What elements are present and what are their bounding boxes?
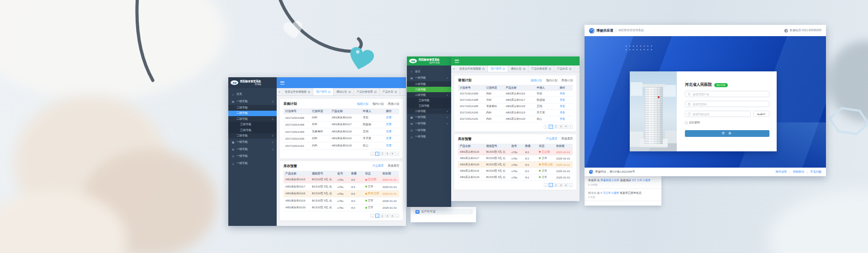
page-1[interactable]: 1 bbox=[549, 183, 553, 187]
sidebar-item-home[interactable]: ⌂首页 bbox=[407, 68, 451, 75]
view-link[interactable]: 查看 bbox=[386, 116, 392, 119]
tab-cert-expiry[interactable]: 资质证件效期预警 bbox=[457, 66, 488, 72]
page-prev[interactable]: ‹ bbox=[370, 152, 374, 156]
sidebar-item-nav2-active[interactable]: 二级导航 bbox=[228, 111, 277, 117]
password-field[interactable] bbox=[685, 101, 769, 107]
sidebar-item-nav1[interactable]: ▦一级导航∨ bbox=[228, 139, 277, 146]
captcha-field[interactable] bbox=[685, 111, 751, 117]
page-next[interactable]: › bbox=[395, 214, 399, 218]
sidebar-item-nav2-active[interactable]: 二级导航 bbox=[407, 87, 451, 92]
sidebar-item-nav1[interactable]: ▤一级导航∧ bbox=[228, 98, 277, 105]
sidebar-item-nav1[interactable]: △一级导航 bbox=[228, 160, 277, 167]
link-instructions[interactable]: 操作说明 bbox=[776, 170, 787, 174]
view-link[interactable]: 查看 bbox=[386, 122, 392, 126]
page-1[interactable]: 1 bbox=[375, 152, 379, 156]
tab-category-settings[interactable]: 产品分类设置 bbox=[528, 66, 554, 72]
view-link[interactable]: 查看 bbox=[560, 98, 565, 101]
link-highvalue-plan[interactable]: 高值计划 bbox=[388, 102, 399, 106]
sidebar-item-nav2[interactable]: 二级导航 bbox=[407, 81, 451, 87]
sidebar-item-nav3[interactable]: 三级导航 bbox=[407, 98, 451, 103]
link-faq[interactable]: 常见问题 bbox=[810, 170, 821, 174]
tab-user-management[interactable]: 用户管理 bbox=[488, 66, 508, 72]
sidebar-item-nav1[interactable]: ⊙一级导航 bbox=[228, 153, 277, 160]
hamburger-icon[interactable] bbox=[280, 81, 284, 84]
page-prev[interactable]: ‹ bbox=[544, 183, 548, 187]
notification-item[interactable]: 付小小 在 5 月日常小需求 更新至已发布状态 3 天前 bbox=[585, 189, 661, 201]
expand-icon[interactable]: › bbox=[470, 211, 471, 213]
view-link[interactable]: 查看 bbox=[560, 111, 565, 114]
page-next[interactable]: › bbox=[569, 183, 573, 187]
sidebar-item-nav2[interactable]: 二级导航 bbox=[228, 105, 277, 111]
password-input[interactable] bbox=[693, 103, 767, 106]
page-next[interactable]: › bbox=[569, 125, 573, 129]
username-field[interactable] bbox=[685, 91, 769, 97]
view-link[interactable]: 查看 bbox=[560, 105, 565, 108]
notification-item[interactable]: 朱老师 在 风暴精英小分队 新建项目 5月 日常小需求 5 小时前 bbox=[585, 176, 661, 189]
page-prev[interactable]: ‹ bbox=[370, 214, 374, 218]
view-link[interactable]: 查看 bbox=[560, 117, 565, 120]
notice-team-link[interactable]: 风暴精英小分队 bbox=[600, 179, 619, 182]
page-3[interactable]: 3 bbox=[385, 214, 389, 218]
tabs-collapse-icon[interactable]: « bbox=[277, 88, 282, 95]
remember-password[interactable]: 记住密码 bbox=[685, 121, 769, 125]
link-highvalue-stock[interactable]: 高值库存 bbox=[561, 137, 573, 141]
link-product-stock[interactable]: 产品库存 bbox=[546, 137, 557, 141]
page-1[interactable]: 1 bbox=[549, 125, 553, 129]
link-product-stock[interactable]: 产品库存 bbox=[373, 164, 384, 168]
page-2[interactable]: 2 bbox=[380, 152, 384, 156]
captcha-input[interactable] bbox=[693, 112, 748, 116]
page-2[interactable]: 2 bbox=[554, 183, 558, 187]
sidebar-item-home[interactable]: ⌂首页 bbox=[228, 91, 277, 98]
sidebar-item-nav3[interactable]: 三级导航 bbox=[228, 122, 277, 128]
tab-user-management[interactable]: 用户管理 bbox=[313, 88, 334, 95]
page-3[interactable]: 3 bbox=[559, 125, 563, 129]
page-1[interactable]: 1 bbox=[375, 214, 379, 218]
view-link[interactable]: 查看 bbox=[386, 144, 392, 147]
notice-project-link[interactable]: 5 月日常小需求 bbox=[600, 192, 619, 194]
page-4[interactable]: 4 bbox=[390, 152, 394, 156]
link-key-driver[interactable]: 密钥驱动 bbox=[793, 170, 804, 174]
login-button[interactable]: 登 录 bbox=[685, 130, 769, 137]
page-2[interactable]: 2 bbox=[554, 125, 558, 129]
sidebar-item-nav2[interactable]: 二级导航∧ bbox=[407, 92, 451, 98]
license-list-item[interactable]: 生产许可证 › bbox=[413, 209, 473, 215]
link-requisition-plan[interactable]: 领用计划 bbox=[357, 102, 368, 106]
page-3[interactable]: 3 bbox=[559, 183, 563, 187]
page-next[interactable]: › bbox=[395, 152, 399, 156]
tab-category-settings[interactable]: 产品分类设置 bbox=[354, 88, 380, 95]
view-link[interactable]: 查看 bbox=[560, 92, 565, 95]
page-4[interactable]: 4 bbox=[390, 214, 394, 218]
sidebar-item-nav1[interactable]: ⊞一级导航∨ bbox=[228, 146, 277, 153]
tab-product-outbound[interactable]: 产品出库 bbox=[554, 66, 575, 72]
view-link[interactable]: 查看 bbox=[386, 136, 392, 140]
hamburger-icon[interactable] bbox=[455, 60, 459, 63]
link-highvalue-stock[interactable]: 高值库存 bbox=[388, 164, 399, 168]
sidebar-item-nav2[interactable]: 二级导航∨ bbox=[228, 133, 277, 139]
sidebar-item-nav1[interactable]: △一级导航 bbox=[407, 134, 451, 141]
tab-notice[interactable]: 通知公告 bbox=[508, 66, 528, 72]
sidebar-item-nav1[interactable]: ⊞一级导航∨ bbox=[407, 121, 451, 127]
tabs-collapse-icon[interactable]: « bbox=[451, 66, 457, 72]
tab-cert-expiry[interactable]: 资质证件效期预警 bbox=[282, 88, 313, 95]
page-3[interactable]: 3 bbox=[385, 152, 389, 156]
link-reservation-plan[interactable]: 预约计划 bbox=[546, 79, 557, 83]
tab-product-outbound[interactable]: 产品出库 bbox=[380, 88, 400, 95]
checkbox-icon[interactable] bbox=[685, 122, 688, 124]
sidebar-item-nav1[interactable]: ▤一级导航∧ bbox=[407, 75, 451, 82]
page-prev[interactable]: ‹ bbox=[544, 125, 548, 129]
sidebar-item-nav1[interactable]: ▦一级导航∨ bbox=[407, 114, 451, 121]
sidebar-item-nav3[interactable]: 三级导航 bbox=[228, 127, 277, 133]
page-2[interactable]: 2 bbox=[380, 214, 384, 218]
tab-notice[interactable]: 通知公告 bbox=[334, 88, 354, 95]
page-4[interactable]: 4 bbox=[564, 183, 568, 187]
page-4[interactable]: 4 bbox=[564, 125, 568, 129]
link-reservation-plan[interactable]: 预约计划 bbox=[373, 102, 384, 106]
notice-project-link[interactable]: 5月 日常小需求 bbox=[632, 179, 651, 182]
sidebar-item-nav2[interactable]: 二级导航∨ bbox=[407, 108, 451, 114]
captcha-question[interactable]: 6+8=? bbox=[753, 111, 769, 117]
view-link[interactable]: 查看 bbox=[386, 130, 392, 133]
link-highvalue-plan[interactable]: 高值计划 bbox=[561, 79, 573, 83]
username-input[interactable] bbox=[693, 93, 767, 96]
sidebar-item-nav2[interactable]: 二级导航∧ bbox=[228, 116, 277, 122]
link-requisition-plan[interactable]: 领用计划 bbox=[530, 79, 542, 83]
